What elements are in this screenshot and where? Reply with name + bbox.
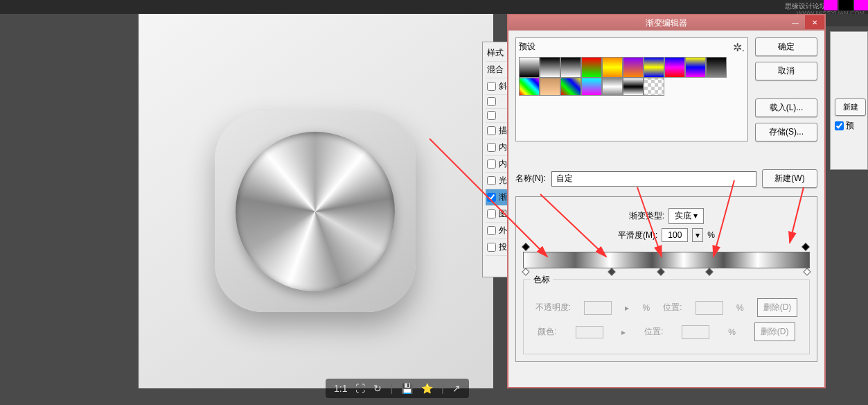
preset-swatch[interactable]: [602, 78, 623, 96]
gradient-name-input[interactable]: [551, 171, 756, 187]
ok-button[interactable]: 确定: [755, 37, 817, 56]
metal-disc: [236, 132, 395, 291]
percent-label: %: [707, 230, 715, 240]
ls-checkbox[interactable]: [487, 97, 496, 106]
preset-swatch[interactable]: [540, 57, 560, 78]
ls-checkbox[interactable]: [487, 209, 496, 218]
color-stop[interactable]: [707, 269, 714, 277]
preset-swatch[interactable]: [540, 78, 560, 96]
opacity-label: 不透明度:: [535, 302, 571, 313]
opacity-input: [584, 301, 612, 315]
grad-type-label: 渐变类型:: [629, 210, 664, 222]
canvas[interactable]: [139, 14, 493, 388]
preset-swatch[interactable]: [602, 57, 623, 78]
opacity-stop[interactable]: [523, 244, 530, 252]
ls-checkbox[interactable]: [487, 82, 496, 91]
gradient-bar-area[interactable]: [523, 252, 810, 268]
load-button[interactable]: 载入(L)...: [755, 98, 817, 117]
swatch[interactable]: [824, 0, 838, 10]
smooth-label: 平滑度(M):: [618, 230, 657, 241]
ls-checkbox[interactable]: [487, 111, 496, 120]
color-stop[interactable]: [609, 269, 616, 277]
preset-swatch[interactable]: [519, 78, 540, 96]
color-stop[interactable]: [804, 269, 811, 277]
dropdown-icon[interactable]: ▾: [692, 228, 703, 242]
zoom-label[interactable]: 1:1: [334, 383, 347, 394]
preset-swatch[interactable]: [519, 57, 540, 78]
dialog-titlebar[interactable]: 渐变编辑器 — ✕: [508, 15, 824, 31]
gear-icon[interactable]: ✲.: [733, 41, 745, 54]
preset-swatch[interactable]: [706, 57, 727, 78]
preset-swatch[interactable]: [664, 57, 685, 78]
position-label: 位置:: [663, 302, 682, 313]
new-style-button[interactable]: 新建: [835, 98, 866, 116]
ls-checkbox[interactable]: [487, 126, 496, 135]
star-icon[interactable]: ⭐: [421, 383, 433, 394]
presets-label: 预设: [519, 41, 535, 54]
top-swatches: [824, 0, 868, 10]
rotate-icon[interactable]: ↻: [373, 383, 382, 394]
color-stop[interactable]: [658, 269, 665, 277]
right-panel: 新建 预: [830, 31, 868, 170]
stops-legend: 色标: [531, 274, 553, 286]
top-menu-bar: [0, 0, 868, 14]
preset-swatch[interactable]: [623, 78, 644, 96]
preset-swatch[interactable]: [581, 57, 602, 78]
smoothness-input[interactable]: [662, 228, 688, 242]
preview-checkbox[interactable]: [835, 121, 844, 130]
position-input: [682, 325, 709, 339]
position-label: 位置:: [644, 326, 663, 338]
ls-checkbox[interactable]: [487, 160, 496, 169]
ls-checkbox[interactable]: [487, 226, 496, 235]
position-input: [696, 301, 723, 315]
opacity-stop[interactable]: [803, 244, 810, 252]
ls-checkbox[interactable]: [487, 193, 496, 202]
cancel-button[interactable]: 取消: [755, 62, 817, 80]
share-icon[interactable]: ↗: [452, 383, 461, 394]
preset-grid: [519, 57, 745, 78]
minimize-button[interactable]: —: [786, 15, 805, 29]
preset-swatch[interactable]: [644, 57, 664, 78]
presets-box: 预设 ✲.: [515, 37, 748, 141]
bottom-toolbar: 1:1 ⛶ ↻ | 💾 ⭐ | ↗: [326, 379, 469, 398]
ls-checkbox[interactable]: [487, 176, 496, 185]
stops-fieldset: 色标 不透明度: ▸ % 位置: % 删除(D) 颜色: ▸ 位置: % 删除(…: [523, 274, 810, 354]
save-button[interactable]: 存储(S)...: [755, 123, 817, 141]
close-button[interactable]: ✕: [805, 15, 824, 29]
gradient-editor-dialog: 渐变编辑器 — ✕ 预设 ✲.: [507, 14, 826, 388]
name-label: 名称(N):: [515, 173, 546, 184]
gradient-preview-bar[interactable]: [523, 252, 810, 268]
ls-checkbox[interactable]: [487, 243, 496, 252]
preset-swatch[interactable]: [560, 57, 581, 78]
ls-checkbox[interactable]: [487, 143, 496, 152]
delete-button: 删除(D): [757, 298, 798, 317]
swatch[interactable]: [854, 0, 868, 10]
grad-type-select[interactable]: 实底 ▾: [668, 208, 704, 224]
swatch[interactable]: [839, 0, 853, 10]
delete-button: 删除(D): [754, 322, 795, 341]
metal-button-shape: [215, 111, 416, 312]
color-stop[interactable]: [523, 269, 530, 277]
save-icon[interactable]: 💾: [401, 383, 413, 394]
new-button[interactable]: 新建(W): [762, 169, 817, 188]
preset-swatch[interactable]: [685, 57, 706, 78]
preset-swatch[interactable]: [581, 78, 602, 96]
preset-swatch[interactable]: [560, 78, 581, 96]
dialog-title: 渐变编辑器: [646, 17, 687, 29]
color-swatch: [576, 326, 603, 338]
fit-screen-icon[interactable]: ⛶: [355, 383, 365, 394]
preset-swatch[interactable]: [644, 78, 664, 96]
preset-swatch[interactable]: [623, 57, 644, 78]
color-label: 颜色:: [538, 326, 556, 338]
